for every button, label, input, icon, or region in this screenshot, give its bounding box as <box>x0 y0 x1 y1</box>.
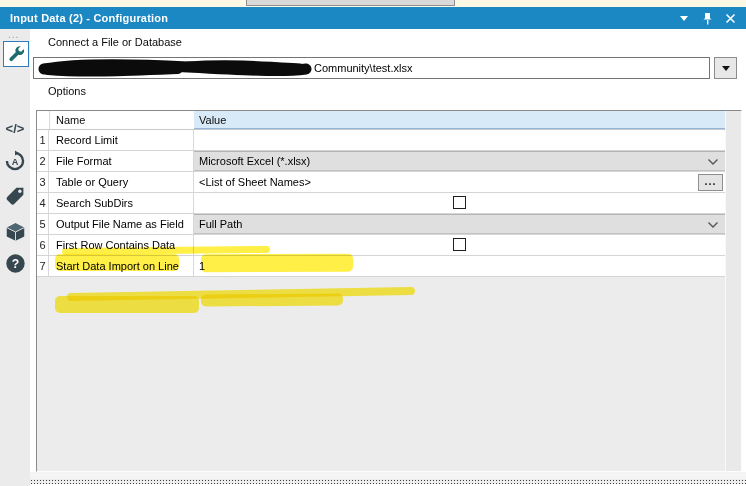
sidebar-item-metadata[interactable]: </> <box>0 121 30 136</box>
options-grid: Name Value 1 Record Limit 2 File Format … <box>36 110 742 472</box>
table-row: 1 Record Limit <box>37 130 726 151</box>
table-row: 4 Search SubDirs <box>37 193 726 214</box>
tag-icon <box>5 186 26 207</box>
output-file-name-value: Full Path <box>199 218 242 230</box>
config-panel-body: Connect a File or Database Community\tes… <box>30 29 746 479</box>
row-name-file-format[interactable]: File Format <box>49 151 194 171</box>
file-path-input[interactable]: Community\test.xlsx <box>33 57 710 79</box>
row-name-start-data-import[interactable]: Start Data Import on Line <box>49 256 194 276</box>
file-path-value: Community\test.xlsx <box>314 62 412 74</box>
sidebar-item-tag[interactable] <box>0 186 30 207</box>
file-path-dropdown-button[interactable] <box>714 57 737 79</box>
scrollbar-fragment[interactable] <box>246 0 455 6</box>
output-file-name-dropdown[interactable]: Full Path <box>194 214 726 234</box>
record-limit-input[interactable] <box>194 130 726 150</box>
row-number: 1 <box>37 130 49 150</box>
file-format-value: Microsoft Excel (*.xlsx) <box>199 155 310 167</box>
options-label: Options <box>48 85 86 97</box>
search-subdirs-cell <box>194 193 726 213</box>
sidebar-item-package[interactable] <box>0 222 30 242</box>
grid-vertical-scrollbar[interactable] <box>725 111 741 471</box>
redaction-scribble <box>38 59 313 78</box>
pin-icon[interactable] <box>700 11 714 25</box>
code-brackets-icon: </> <box>6 121 25 136</box>
row-number: 6 <box>37 235 49 255</box>
table-row: 6 First Row Contains Data <box>37 235 726 256</box>
search-subdirs-checkbox[interactable] <box>453 196 466 209</box>
first-row-contains-data-cell <box>194 235 726 255</box>
svg-text:?: ? <box>11 257 18 271</box>
first-row-contains-data-checkbox[interactable] <box>453 238 466 251</box>
panel-title: Input Data (2) - Configuration <box>0 12 168 24</box>
column-header-value: Value <box>199 114 226 126</box>
grid-header-row: Name Value <box>37 111 726 130</box>
table-row: 3 Table or Query <List of Sheet Names> .… <box>37 172 726 193</box>
table-row: 7 Start Data Import on Line 1 <box>37 256 726 277</box>
row-name-output-file-name-as-field[interactable]: Output File Name as Field <box>49 214 194 234</box>
table-or-query-value: <List of Sheet Names> <box>199 176 311 188</box>
row-number: 5 <box>37 214 49 234</box>
column-header-value-cell[interactable]: Value <box>194 111 726 129</box>
help-icon: ? <box>5 253 26 274</box>
panel-bottom-margin <box>30 472 746 479</box>
row-number: 7 <box>37 256 49 276</box>
row-name-table-or-query[interactable]: Table or Query <box>49 172 194 192</box>
dock-splitter-handle[interactable] <box>30 479 746 484</box>
row-number: 2 <box>37 151 49 171</box>
wrench-icon <box>7 45 26 64</box>
chevron-down-icon[interactable] <box>677 11 691 25</box>
chevron-down-icon <box>707 221 719 229</box>
sidebar-item-annotation[interactable]: A <box>0 150 30 172</box>
grip-dots-icon[interactable]: ... <box>8 32 19 38</box>
row-name-first-row-contains-data[interactable]: First Row Contains Data <box>49 235 194 255</box>
package-icon <box>5 222 26 242</box>
panel-titlebar: Input Data (2) - Configuration <box>0 7 746 29</box>
circular-arrow-a-icon: A <box>4 150 26 172</box>
row-name-search-subdirs[interactable]: Search SubDirs <box>49 193 194 213</box>
table-or-query-field[interactable]: <List of Sheet Names> ... <box>194 172 726 192</box>
chevron-down-icon <box>707 158 719 166</box>
start-data-import-input[interactable]: 1 <box>194 256 726 276</box>
config-sidebar: ... </> A ? <box>0 29 30 486</box>
connect-label: Connect a File or Database <box>48 36 182 48</box>
close-icon[interactable] <box>723 11 737 25</box>
row-number: 4 <box>37 193 49 213</box>
sidebar-item-configuration[interactable] <box>3 41 29 67</box>
highlight-full-path-value <box>201 294 343 307</box>
browse-button[interactable]: ... <box>698 174 723 191</box>
row-number: 3 <box>37 172 49 192</box>
table-row: 2 File Format Microsoft Excel (*.xlsx) <box>37 151 726 172</box>
sidebar-item-help[interactable]: ? <box>0 253 30 274</box>
file-format-dropdown[interactable]: Microsoft Excel (*.xlsx) <box>194 151 726 171</box>
row-name-record-limit[interactable]: Record Limit <box>49 130 194 150</box>
highlight-stroke <box>67 287 415 301</box>
highlight-output-file-name <box>55 296 199 313</box>
table-row: 5 Output File Name as Field Full Path <box>37 214 726 235</box>
column-header-name[interactable]: Name <box>56 114 85 126</box>
caret-down-icon <box>722 66 730 71</box>
svg-text:A: A <box>12 157 19 167</box>
